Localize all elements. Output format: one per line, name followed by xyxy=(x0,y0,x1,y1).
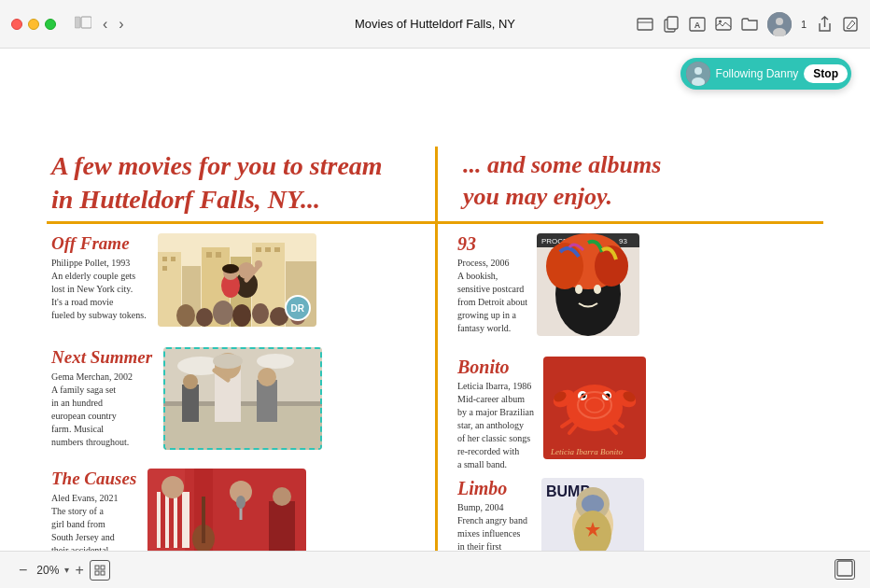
minimize-button[interactable] xyxy=(28,19,39,30)
svg-point-34 xyxy=(213,301,233,325)
svg-point-59 xyxy=(183,374,198,389)
back-button[interactable]: ‹ xyxy=(99,14,111,35)
stop-button[interactable]: Stop xyxy=(804,64,848,83)
album-2-title: Bonito xyxy=(457,357,534,378)
view-icon[interactable] xyxy=(637,16,653,33)
movie-2-text: Next Summer Gema Merchan, 2002 A family … xyxy=(51,347,152,449)
svg-point-57 xyxy=(258,368,276,386)
movie-1: Off Frame Philippe Pollet, 1993 An elder… xyxy=(51,233,316,327)
svg-text:93: 93 xyxy=(619,237,627,245)
album-1-text: 93 Process, 2006 A bookish, sensitive po… xyxy=(457,233,527,335)
zoom-out-button[interactable]: − xyxy=(15,560,31,581)
album-2: Bonito Leticia Ibarra, 1986 Mid-career a… xyxy=(457,357,646,471)
album-1: 93 Process, 2006 A bookish, sensitive po… xyxy=(457,233,639,336)
user-avatar[interactable] xyxy=(767,12,792,36)
album-2-text: Bonito Leticia Ibarra, 1986 Mid-career a… xyxy=(457,357,534,471)
svg-point-54 xyxy=(213,354,243,369)
zoom-chevron-icon[interactable]: ▾ xyxy=(64,565,69,575)
svg-point-42 xyxy=(255,260,262,268)
svg-point-75 xyxy=(236,496,246,509)
svg-rect-65 xyxy=(169,492,174,548)
movie-3-thumbnail xyxy=(147,469,306,551)
svg-rect-30 xyxy=(265,247,271,252)
movie-1-subtitle: Philippe Pollet, 1993 An elderly couple … xyxy=(51,257,147,322)
user-count: 1 xyxy=(801,19,807,30)
following-label: Following Danny xyxy=(716,67,799,80)
svg-point-33 xyxy=(196,308,213,327)
edit-icon[interactable] xyxy=(842,16,859,33)
forward-button[interactable]: › xyxy=(115,14,127,35)
movie-3-subtitle: Aled Evans, 2021 The story of a girl ban… xyxy=(51,492,136,551)
share-icon[interactable] xyxy=(816,16,833,33)
close-button[interactable] xyxy=(11,19,22,30)
svg-point-45 xyxy=(222,264,239,273)
following-banner: Following Danny Stop xyxy=(681,58,851,90)
right-section-title: ... and some albums you may enjoy. xyxy=(463,149,818,213)
page-title: Movies of Hutteldorf Falls, NY xyxy=(355,17,515,31)
nav-buttons: ‹ › xyxy=(71,14,128,35)
bottom-toolbar: − 20% ▾ + xyxy=(0,551,870,588)
svg-rect-116 xyxy=(101,566,105,569)
album-1-thumbnail: PROCESS 93 xyxy=(537,233,639,336)
grid-view-button[interactable] xyxy=(835,559,855,580)
svg-text:A: A xyxy=(695,21,701,30)
toolbar-icons: A 1 xyxy=(637,12,859,36)
svg-text:Leticia Ibarra Bonito: Leticia Ibarra Bonito xyxy=(550,447,623,456)
movie-1-title: Off Frame xyxy=(51,233,147,255)
svg-rect-31 xyxy=(274,247,280,252)
traffic-lights xyxy=(11,19,56,30)
album-1-title: 93 xyxy=(457,233,527,255)
svg-rect-27 xyxy=(206,252,212,258)
svg-rect-72 xyxy=(269,501,295,551)
movie-2: Next Summer Gema Merchan, 2002 A family … xyxy=(51,347,322,450)
svg-rect-24 xyxy=(162,257,167,261)
svg-rect-0 xyxy=(75,17,80,28)
collaborator-avatar: DR xyxy=(285,295,311,321)
svg-rect-64 xyxy=(161,492,165,548)
svg-rect-29 xyxy=(256,247,261,252)
svg-rect-118 xyxy=(101,571,105,575)
svg-point-85 xyxy=(594,285,601,294)
svg-point-51 xyxy=(257,354,294,369)
svg-rect-13 xyxy=(844,18,857,31)
svg-rect-5 xyxy=(667,17,678,29)
movie-3: The Causes Aled Evans, 2021 The story of… xyxy=(51,469,306,551)
svg-rect-69 xyxy=(202,497,205,543)
fit-content-button[interactable] xyxy=(90,560,110,581)
following-avatar xyxy=(686,62,710,86)
canvas: A few movies for you to stream in Huttel… xyxy=(0,49,870,551)
svg-point-32 xyxy=(176,304,195,327)
svg-rect-8 xyxy=(716,18,731,30)
maximize-button[interactable] xyxy=(45,19,56,30)
movie-2-subtitle: Gema Merchan, 2002 A family saga set in … xyxy=(51,371,152,449)
movie-3-title: The Causes xyxy=(51,469,136,490)
album-3-thumbnail: BUMP LIMBO xyxy=(541,478,644,551)
movie-2-title: Next Summer xyxy=(51,347,152,369)
vertical-divider xyxy=(435,147,438,551)
album-2-subtitle: Leticia Ibarra, 1986 Mid-career album by… xyxy=(457,380,534,471)
movie-1-thumbnail: DR xyxy=(158,233,316,327)
sidebar-toggle[interactable] xyxy=(71,14,95,35)
bottom-right xyxy=(835,559,855,581)
movie-3-text: The Causes Aled Evans, 2021 The story of… xyxy=(51,469,136,551)
svg-rect-115 xyxy=(95,566,99,569)
copy-icon[interactable] xyxy=(663,16,680,33)
movie-1-text: Off Frame Philippe Pollet, 1993 An elder… xyxy=(51,233,147,322)
movie-2-thumbnail xyxy=(163,347,322,450)
folder-icon[interactable] xyxy=(741,16,758,33)
zoom-in-button[interactable]: + xyxy=(75,562,83,579)
svg-point-36 xyxy=(252,303,269,324)
album-3-subtitle: Bump, 2004 French angry band mixes influ… xyxy=(457,501,532,551)
svg-point-9 xyxy=(719,21,722,23)
svg-point-11 xyxy=(776,18,783,25)
text-icon[interactable]: A xyxy=(689,16,706,33)
svg-point-15 xyxy=(695,67,702,75)
svg-rect-117 xyxy=(95,571,99,575)
zoom-level: 20% xyxy=(36,564,59,577)
image-icon[interactable] xyxy=(715,16,732,33)
svg-rect-28 xyxy=(216,252,221,258)
album-3: Limbo Bump, 2004 French angry band mixes… xyxy=(457,478,644,551)
svg-rect-26 xyxy=(162,266,167,271)
album-3-title: Limbo xyxy=(457,478,532,499)
svg-rect-25 xyxy=(171,257,175,261)
